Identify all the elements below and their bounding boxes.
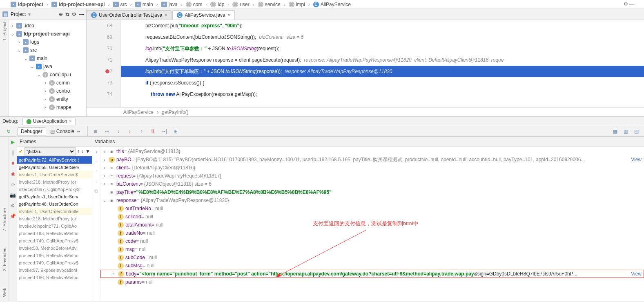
add-watch-icon[interactable]: ＋ [93, 148, 100, 155]
breadcrumb-item[interactable]: ▪main [134, 2, 160, 7]
stack-frame[interactable]: invoke:218, MethodProxy (or [17, 178, 92, 186]
stack-frame[interactable]: proceed:163, ReflectiveMetho [17, 230, 92, 237]
sidetab-structure[interactable]: 7: Structure [2, 208, 7, 231]
breadcrumb-item[interactable]: ▪src [111, 2, 134, 7]
stack-frame[interactable]: getPayInfo:-1, UserOrderServ [17, 193, 92, 200]
gear-icon[interactable]: ⚙ — [624, 1, 634, 7]
breadcrumb-item[interactable]: ◯com [184, 2, 209, 7]
code-line[interactable]: 68bizContent.put("timeout_express", "90m… [87, 20, 644, 31]
stack-frame[interactable]: getPayInfo:72, AliPayService ( [17, 156, 92, 164]
project-tool-header[interactable]: ▤ Project ▾ ⊕ ⇆ ⚙ — [0, 9, 87, 20]
variable-row[interactable]: ›ppayBO = {PayBO@11815} "PayBO(orderNo=N… [100, 155, 644, 164]
stop-icon[interactable]: ■ [9, 160, 17, 167]
filter-icon[interactable]: ▼ [85, 149, 90, 154]
tree-node[interactable]: ›▪.idea [9, 22, 86, 30]
tree-node[interactable]: ⌄▪java [9, 62, 86, 71]
stack-frame[interactable]: proceed:186, ReflectiveMetho [17, 274, 92, 281]
breadcrumb-item[interactable]: ◯user [231, 2, 256, 7]
code-line[interactable]: 70log.info("支付宝下单参数：" + JSON.toJSONStrin… [87, 43, 644, 54]
prev-frame-icon[interactable]: ↑ [77, 149, 80, 154]
tree-node[interactable]: ›▪mappe [9, 103, 86, 111]
stack-frame[interactable]: invoke:58, MethodBeforeAdvi [17, 244, 92, 252]
variable-row[interactable]: ›≡this = {AliPayService@11813} [100, 147, 644, 155]
variable-row[interactable]: fmsg = null [100, 245, 644, 253]
step-over-icon[interactable]: ⤻ [103, 128, 111, 135]
tree-node[interactable]: ⌄▪src [9, 46, 86, 54]
sidetab-project[interactable]: 1: Project [2, 22, 7, 40]
collapse-icon[interactable]: ⇆ [65, 11, 69, 17]
tree-node[interactable]: ⌄▪com.ldp.u [9, 71, 86, 79]
breadcrumb-item[interactable]: ◯impl [287, 2, 312, 7]
code-line[interactable]: 73if (!response.isSuccess()) { [87, 77, 644, 89]
gear-icon[interactable]: ⚙ [72, 11, 76, 17]
target-icon[interactable]: ⊕ [59, 11, 63, 17]
tree-node[interactable]: ›▪entity [9, 95, 86, 103]
view-link[interactable]: View [631, 157, 642, 162]
tree-node[interactable]: ›▪contro [9, 87, 86, 95]
show-execution-icon[interactable]: ≡ [92, 128, 99, 135]
stack-frame[interactable]: invoke:218, MethodProxy (or [17, 215, 92, 222]
step-into-icon[interactable]: ↓ [115, 128, 122, 135]
stack-frame[interactable]: proceed:186, ReflectiveMetho [17, 252, 92, 259]
code-line[interactable]: 71AlipayTradeWapPayResponse response = c… [87, 54, 644, 66]
rerun-icon[interactable]: ↻ [5, 128, 12, 135]
code-editor[interactable]: 68bizContent.put("timeout_express", "90m… [87, 20, 644, 116]
stack-frame[interactable]: proceed:749, CglibAopProxy$ [17, 259, 92, 266]
code-line[interactable]: 72log.info("支付宝下单响应：" + JSON.toJSONStrin… [87, 66, 644, 77]
resume-icon[interactable]: ▶ [9, 138, 17, 146]
debugger-tab[interactable]: Debugger [17, 127, 46, 135]
settings-icon[interactable]: ⚙ [9, 202, 17, 209]
evaluate-icon[interactable]: ⊞ [172, 128, 179, 135]
thread-dropdown[interactable]: "j5l3zu... [25, 147, 76, 155]
drop-frame-icon[interactable]: ⇅ [149, 128, 156, 135]
tree-node[interactable]: ⌄▪main [9, 54, 86, 62]
copy-icon[interactable]: ⧉ [93, 187, 100, 195]
camera-icon[interactable]: 📷 [9, 191, 17, 199]
variable-row[interactable]: ftotalAmount = null [100, 221, 644, 229]
hide-icon[interactable]: — [79, 11, 84, 17]
layout-icon[interactable]: ▥ [622, 128, 629, 135]
variable-row[interactable]: fparams = null [100, 278, 644, 286]
breadcrumb-item[interactable]: CAliPayService [312, 2, 352, 7]
sidetab-favorites[interactable]: 2: Favorites [2, 248, 7, 271]
close-icon[interactable]: × [69, 118, 72, 124]
mute-icon[interactable]: ⊘ [9, 181, 17, 188]
debug-config-tab[interactable]: ⬤ UserApplication × [22, 117, 76, 125]
breakpoints-icon[interactable]: ◉ [9, 170, 17, 178]
remove-watch-icon[interactable]: − [93, 158, 100, 165]
variable-row[interactable]: ›≡client = {DefaultAlipayClient@11816} [100, 164, 644, 172]
breakpoint-icon[interactable] [105, 69, 110, 74]
stack-frame[interactable]: invoke:97, ExposeInvocationI [17, 266, 92, 274]
close-icon[interactable]: × [164, 12, 167, 18]
view-link[interactable]: View [631, 271, 642, 277]
variable-row[interactable]: ≡payTitle = "%E8%B4%AD%E4%B9%B0%E8%AF%BE… [100, 188, 644, 196]
breadcrumb-item[interactable]: ▪ldp-project-user-api [50, 2, 111, 7]
variable-row[interactable]: ›fbody = "<form name="punchout_form" met… [100, 270, 644, 278]
layout-icon[interactable]: ▤ [633, 128, 640, 135]
layout-icon[interactable]: ▦ [611, 128, 619, 135]
pin-icon[interactable]: 📌 [9, 213, 17, 220]
breadcrumb-item[interactable]: ◯ldp [209, 2, 231, 7]
variable-row[interactable]: ›≡bizContent = {JSONObject@11818} size =… [100, 180, 644, 188]
variable-row[interactable]: ⌄≡response = {AlipayTradeWapPayResponse@… [100, 196, 644, 204]
code-line[interactable] [87, 100, 644, 107]
sidetab-web[interactable]: Web [2, 288, 7, 297]
stack-frame[interactable]: getPayInfo:48, UserOrderCon [17, 200, 92, 208]
breadcrumb-item[interactable]: ▪java [160, 2, 184, 7]
variable-row[interactable]: ›≡request = {AlipayTradeWapPayRequest@11… [100, 172, 644, 180]
project-tree[interactable]: ›▪.idea⌄▪ldp-project-user-api›▪logs⌄▪src… [9, 20, 87, 116]
stack-frame[interactable]: proceed:749, CglibAopProxy$ [17, 237, 92, 244]
tree-node[interactable]: ⌄▪ldp-project-user-api [9, 30, 86, 38]
variable-row[interactable]: fcode = null [100, 237, 644, 245]
editor-tab[interactable]: CUserOrderControllerTest.java× [87, 10, 172, 20]
variable-row[interactable]: fsubCode = null [100, 253, 644, 262]
console-tab[interactable]: ▤Console→ [47, 128, 84, 135]
stack-frame[interactable]: invoke:-1, UserOrderControlle [17, 208, 92, 215]
variable-row[interactable]: foutTradeNo = null [100, 204, 644, 213]
breadcrumb-item[interactable]: ◯service [256, 2, 287, 7]
stack-frame[interactable]: getPayInfo:55, UserOrderServ [17, 164, 92, 171]
stack-frame[interactable]: intercept:687, CglibAopProxy$ [17, 186, 92, 193]
tree-node[interactable]: ›▪comm [9, 79, 86, 87]
next-frame-icon[interactable]: ↓ [81, 149, 84, 154]
stack-frame[interactable]: invoke:-1, UserOrderService$ [17, 171, 92, 178]
